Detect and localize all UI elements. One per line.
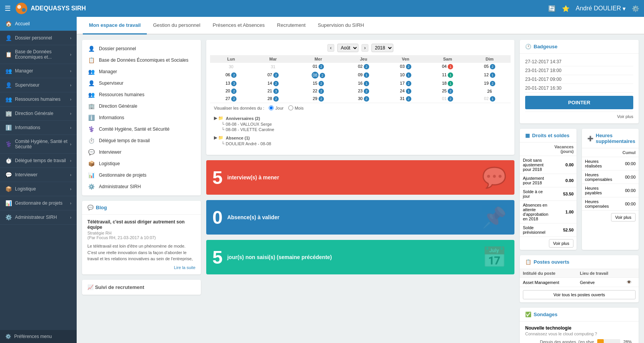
ql-superviseur[interactable]: 👤 Superviseur xyxy=(82,77,201,89)
cal-cell[interactable]: 11 1 xyxy=(427,71,469,80)
cal-cell[interactable]: 12 1 xyxy=(468,71,511,80)
ql-dtt[interactable]: ⏱️ Délégué temps de travail xyxy=(82,135,201,146)
sidebar-item-chss[interactable]: ⚕️ Comité Hygiène, Santé et Sécurité › xyxy=(0,135,77,154)
year-select[interactable]: 2018 xyxy=(371,44,393,52)
cal-cell[interactable]: 30 2 xyxy=(343,95,385,103)
jour-radio-label[interactable]: Jour xyxy=(269,105,283,110)
mois-radio-label[interactable]: Mois xyxy=(288,105,304,110)
cal-cell[interactable]: 14 2 xyxy=(252,80,294,87)
preferences-menu[interactable]: ⚙️ Préférences menu xyxy=(0,330,77,343)
cal-cell[interactable]: 26 xyxy=(468,87,511,95)
hamburger-icon[interactable]: ☰ xyxy=(5,4,11,13)
cal-cell[interactable]: 03 2 xyxy=(384,63,427,71)
cal-head-ven: Ven xyxy=(384,55,427,63)
cal-cell[interactable]: 10 1 xyxy=(384,71,427,80)
cal-cell[interactable]: 02 2 xyxy=(343,63,385,71)
sidebar-item-dg[interactable]: 🏢 Direction Générale › xyxy=(0,107,77,121)
cal-cell[interactable]: 25 2 xyxy=(427,87,469,95)
ql-dg-icon: 🏢 xyxy=(87,103,95,109)
sidebar-item-admin[interactable]: ⚙️ Administrateur SIRH › xyxy=(0,210,77,225)
sidebar-item-interviewer[interactable]: 💬 Interviewer › xyxy=(0,168,77,182)
voir-postes-btn[interactable]: Voir tous les postes ouverts xyxy=(523,290,636,299)
cal-cell[interactable]: 20 2 xyxy=(210,87,252,95)
cal-day-num: 30 xyxy=(358,96,363,101)
content-area: 👤 Dossier personnel 📋 Base de Données Éc… xyxy=(77,34,644,343)
cal-cell[interactable]: 15 2 xyxy=(294,80,342,87)
ql-bdes[interactable]: 📋 Base de Données Économiques et Sociale… xyxy=(82,54,201,66)
heures-val-4: 00:00 xyxy=(619,197,639,211)
cal-cell[interactable]: 19 2 xyxy=(468,80,511,87)
star-icon[interactable]: ⭐ xyxy=(562,5,570,12)
cal-cell[interactable]: 31 xyxy=(252,63,294,71)
health-icon: ⚕️ xyxy=(5,141,12,147)
ql-rh[interactable]: 👥 Ressources humaines xyxy=(82,89,201,100)
blog-read-more[interactable]: Lire la suite xyxy=(87,265,196,270)
chevron-icon-4: › xyxy=(70,83,71,87)
ql-interview[interactable]: 💬 Interviewer xyxy=(82,146,201,158)
cal-cell[interactable]: 09 1 xyxy=(343,71,385,80)
ql-info[interactable]: ℹ️ Informations xyxy=(82,112,201,123)
droits-voir-plus[interactable]: Voir plus xyxy=(549,239,573,248)
sidebar-item-info[interactable]: ℹ️ Informations › xyxy=(0,121,77,135)
pointer-button[interactable]: POINTER xyxy=(525,96,633,109)
cal-cell[interactable]: 16 1 xyxy=(343,80,385,87)
cal-badge: 1 xyxy=(448,72,453,78)
month-select[interactable]: Août xyxy=(337,44,358,52)
sidebar-label-chss: Comité Hygiène, Santé et Sécurité xyxy=(15,139,70,149)
ql-chss[interactable]: ⚕️ Comité Hygiène, Santé et Sécurité xyxy=(82,123,201,135)
cal-cell[interactable]: 30 xyxy=(210,63,252,71)
cal-cell[interactable]: 28 2 xyxy=(252,95,294,103)
ql-projets[interactable]: 📊 Gestionnaire de projets xyxy=(82,169,201,181)
sidebar-item-superviseur[interactable]: 👤 Superviseur › xyxy=(0,78,77,92)
event-group-header-anni[interactable]: ▶ 📁 Anniversaires (2) xyxy=(214,115,507,121)
ql-manager[interactable]: 👥 Manager xyxy=(82,66,201,77)
cal-cell[interactable]: 08 2 xyxy=(294,71,342,80)
cal-cell[interactable]: 01 2 xyxy=(294,63,342,71)
mois-radio[interactable] xyxy=(288,105,293,110)
ql-admin[interactable]: ⚙️ Administrateur SIRH xyxy=(82,181,201,192)
ql-logistique[interactable]: 📦 Logistique xyxy=(82,158,201,169)
cal-cell[interactable]: 17 2 xyxy=(384,80,427,87)
sidebar-item-logistique[interactable]: 📦 Logistique › xyxy=(0,182,77,196)
tab-presences[interactable]: Présences et Absences xyxy=(207,17,271,34)
heures-voir-plus[interactable]: Voir plus xyxy=(611,213,636,222)
badgeuse-voir-plus[interactable]: Voir plus xyxy=(525,112,633,120)
sidebar-item-bdes[interactable]: 📋 Base de Données Économiques et... › xyxy=(0,45,77,64)
cal-day-num: 29 xyxy=(313,96,317,101)
tab-mon-espace[interactable]: Mon espace de travail xyxy=(83,17,147,34)
cal-cell[interactable]: 22 2 xyxy=(294,87,342,95)
cal-prev-btn[interactable]: ‹ xyxy=(327,44,334,52)
cal-cell[interactable]: 24 1 xyxy=(384,87,427,95)
ql-dg[interactable]: 🏢 Direction Générale xyxy=(82,100,201,112)
event-group-header-abs[interactable]: ▶ 📁 Absence (1) xyxy=(214,135,507,141)
refresh-icon[interactable]: 🔄 xyxy=(548,5,556,12)
ql-dossier[interactable]: 👤 Dossier personnel xyxy=(82,43,201,54)
cal-cell[interactable]: 31 2 xyxy=(384,95,427,103)
cal-cell[interactable]: 23 2 xyxy=(343,87,385,95)
user-menu[interactable]: André DOULIER ▾ xyxy=(576,5,626,12)
postes-action-1[interactable]: 👁️ xyxy=(623,278,639,287)
cal-cell[interactable]: 06 2 xyxy=(210,71,252,80)
sidebar-item-dossier[interactable]: 👤 Dossier personnel › xyxy=(0,31,77,45)
cal-cell[interactable]: 21 3 xyxy=(252,87,294,95)
cal-cell[interactable]: 29 2 xyxy=(294,95,342,103)
jour-radio[interactable] xyxy=(269,105,274,110)
cal-cell[interactable]: 18 1 xyxy=(427,80,469,87)
tab-recrutement[interactable]: Recrutement xyxy=(271,17,312,34)
cal-cell[interactable]: 02 1 xyxy=(468,95,511,103)
settings-icon[interactable]: ⚙️ xyxy=(632,5,639,12)
sidebar-item-manager[interactable]: 👥 Manager › xyxy=(0,64,77,78)
tab-gestion[interactable]: Gestion du personnel xyxy=(147,17,207,34)
sidebar-item-projets[interactable]: 📊 Gestionnaire de projets › xyxy=(0,196,77,210)
cal-cell[interactable]: 07 2 xyxy=(252,71,294,80)
sidebar-item-dtt[interactable]: ⏱️ Délégué temps de travail › xyxy=(0,154,77,168)
cal-cell[interactable]: 01 2 xyxy=(427,95,469,103)
cal-cell[interactable]: 27 2 xyxy=(210,95,252,103)
cal-next-btn[interactable]: › xyxy=(361,44,368,52)
tab-supervision[interactable]: Supervision du SIRH xyxy=(312,17,370,34)
sidebar-item-accueil[interactable]: 🏠 Accueil xyxy=(0,17,77,31)
cal-cell[interactable]: 05 2 xyxy=(468,63,511,71)
sidebar-item-rh[interactable]: 👥 Ressources humaines › xyxy=(0,92,77,107)
cal-cell[interactable]: 04 1 xyxy=(427,63,469,71)
cal-cell[interactable]: 13 3 xyxy=(210,80,252,87)
